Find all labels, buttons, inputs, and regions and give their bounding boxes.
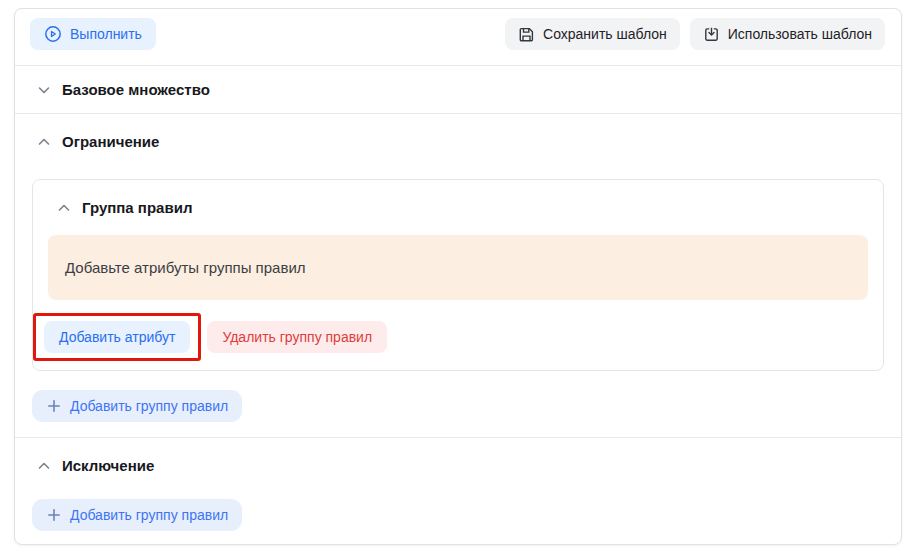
empty-attributes-notice-text: Добавьте атрибуты группы правил — [65, 259, 306, 276]
section-base-set-title: Базовое множество — [62, 80, 210, 99]
annotation-highlight: Добавить атрибут — [33, 313, 201, 361]
save-template-label: Сохранить шаблон — [543, 26, 667, 42]
use-template-label: Использовать шаблон — [728, 26, 872, 42]
add-attribute-label: Добавить атрибут — [59, 329, 175, 345]
run-button[interactable]: Выполнить — [30, 18, 156, 50]
chevron-up-icon — [56, 200, 72, 216]
section-exclusion: Исключение Добавить группу правил — [15, 437, 901, 545]
rule-group-title: Группа правил — [82, 198, 192, 217]
delete-rule-group-label: Удалить группу правил — [222, 329, 372, 345]
add-rule-group-button[interactable]: Добавить группу правил — [32, 390, 242, 422]
plus-icon — [46, 507, 62, 523]
save-icon — [518, 26, 535, 43]
add-rule-group-label: Добавить группу правил — [70, 398, 228, 414]
rule-group-actions: Добавить атрибут Удалить группу правил — [33, 313, 868, 361]
toolbar: Выполнить Сохранить шаблон — [15, 9, 901, 66]
chevron-up-icon — [36, 458, 52, 474]
plus-icon — [46, 398, 62, 414]
section-base-set-header[interactable]: Базовое множество — [15, 66, 901, 113]
add-rule-group-button[interactable]: Добавить группу правил — [32, 499, 242, 531]
section-base-set: Базовое множество — [15, 66, 901, 113]
save-template-button[interactable]: Сохранить шаблон — [505, 18, 680, 50]
section-restriction-title: Ограничение — [62, 132, 159, 151]
toolbar-right-group: Сохранить шаблон Использовать шаблон — [505, 18, 885, 50]
empty-attributes-notice: Добавьте атрибуты группы правил — [48, 235, 868, 300]
chevron-up-icon — [36, 134, 52, 150]
query-builder-panel: Выполнить Сохранить шаблон — [14, 8, 902, 545]
add-rule-group-label: Добавить группу правил — [70, 507, 228, 523]
delete-rule-group-button[interactable]: Удалить группу правил — [207, 321, 387, 353]
chevron-down-icon — [36, 82, 52, 98]
rule-group-header[interactable]: Группа правил — [33, 180, 883, 217]
import-template-icon — [703, 26, 720, 43]
use-template-button[interactable]: Использовать шаблон — [690, 18, 885, 50]
section-restriction-header[interactable]: Ограничение — [15, 114, 901, 151]
add-attribute-button[interactable]: Добавить атрибут — [44, 321, 190, 353]
section-exclusion-header[interactable]: Исключение — [15, 438, 901, 475]
run-button-label: Выполнить — [70, 26, 142, 42]
rule-group-card: Группа правил Добавьте атрибуты группы п… — [32, 179, 884, 371]
section-exclusion-title: Исключение — [62, 456, 154, 475]
section-restriction: Ограничение Группа правил Добавьте атриб… — [15, 113, 901, 437]
play-circle-icon — [44, 25, 62, 43]
